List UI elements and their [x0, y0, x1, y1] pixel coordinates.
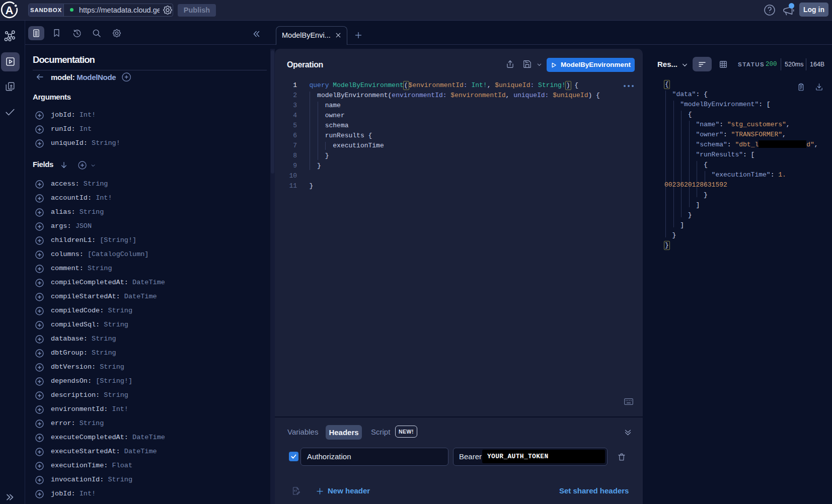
svg-text:A: A	[6, 4, 14, 17]
